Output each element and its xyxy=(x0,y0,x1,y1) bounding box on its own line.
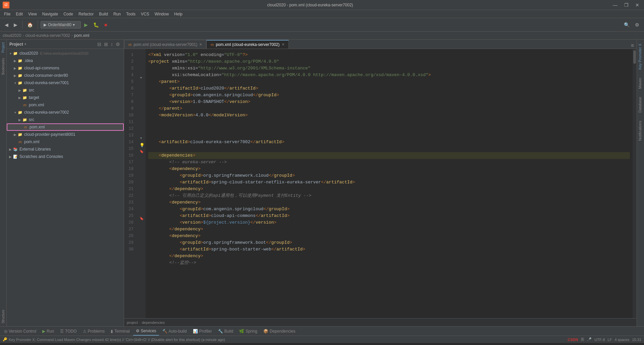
menu-help[interactable]: Help xyxy=(171,10,185,18)
bottom-tab-version-control[interactable]: ◎ Version Control xyxy=(1,327,39,336)
bottom-tab-auto-build[interactable]: 🔨 Auto-build xyxy=(160,327,190,336)
right-sidebar-key-promoter[interactable]: Key Promoter X xyxy=(637,40,644,74)
bottom-tab-label-terminal: Terminal xyxy=(114,329,129,334)
breadcrumb-sep-2: › xyxy=(71,33,73,38)
tab-2-close[interactable]: ✕ xyxy=(282,43,284,46)
tree-item-consumer-order80[interactable]: ▶ 📁 cloud-consumer-order80 xyxy=(7,72,124,79)
settings-gear-button[interactable]: ⚙ xyxy=(115,41,121,48)
menu-vcs[interactable]: VCS xyxy=(138,10,152,18)
scroll-thumb[interactable] xyxy=(633,50,636,64)
editor-tab-2[interactable]: m pom.xml (cloud-eureka-server7002) ✕ xyxy=(206,40,288,49)
status-encoding[interactable]: UTF-8 xyxy=(594,338,605,342)
menu-window[interactable]: Window xyxy=(152,10,172,18)
status-line-endings[interactable]: LF xyxy=(608,338,612,342)
folder-icon-api-commons: 📁 xyxy=(17,65,23,71)
menu-tools[interactable]: Tools xyxy=(123,10,138,18)
bottom-tab-label-services: Services xyxy=(141,329,156,333)
status-indent[interactable]: 4 spaces xyxy=(614,338,629,342)
tree-label-idea: .idea xyxy=(24,58,33,63)
tab-1-xml-icon: m xyxy=(128,43,131,47)
right-sidebar-notifications[interactable]: Notifications xyxy=(637,117,644,145)
project-panel-title: Project ▾ xyxy=(9,42,26,47)
tree-item-cloud2020[interactable]: ▾ 📁 cloud2020 E:\idea-workspace\cloud202… xyxy=(7,50,124,57)
sidebar-item-bookmarks[interactable]: Bookmarks xyxy=(0,55,6,77)
stop-button[interactable]: ■ xyxy=(102,21,109,29)
bottom-tab-dependencies[interactable]: 📦 Dependencies xyxy=(261,327,298,336)
tab-1-close[interactable]: ✕ xyxy=(199,43,202,46)
right-sidebar-database[interactable]: Database xyxy=(637,93,644,117)
tree-item-payment8001[interactable]: ▶ 📁 cloud-provider-payment8001 xyxy=(7,131,124,138)
toolbar-forward-button[interactable]: ▶ xyxy=(12,21,19,29)
tree-item-eureka7002[interactable]: ▾ 📁 cloud-eureka-server7002 xyxy=(7,109,124,116)
debug-button[interactable]: 🐛 xyxy=(91,21,101,29)
sidebar-item-structure[interactable]: Structure xyxy=(0,307,6,326)
search-everywhere-button[interactable]: 🔍 xyxy=(622,21,632,29)
status-microphone[interactable]: 🎤 xyxy=(587,337,592,342)
tree-item-pom-root[interactable]: m pom.xml xyxy=(7,138,124,146)
bottom-tab-problems[interactable]: ⚠ Problems xyxy=(80,327,108,336)
tree-item-scratches[interactable]: ▶ 📝 Scratches and Consoles xyxy=(7,153,124,160)
menu-edit[interactable]: Edit xyxy=(13,10,25,18)
tree-item-target-7001[interactable]: ▶ 📁 target xyxy=(7,94,124,101)
line-numbers: 1234567891011121314151617181920212223242… xyxy=(124,49,139,318)
project-panel: Project ▾ ⊟ ⊞ ↕ ⚙ ▾ 📁 cloud2020 E:\idea-… xyxy=(7,40,124,326)
bottom-tab-label-version-control: Version Control xyxy=(9,329,36,334)
menu-refactor[interactable]: Refactor xyxy=(76,10,96,18)
tree-item-src-7001[interactable]: ▶ 📁 src xyxy=(7,87,124,94)
close-button[interactable]: ✕ xyxy=(633,2,641,8)
folder-icon-consumer-order80: 📁 xyxy=(17,73,23,78)
status-lang[interactable]: 英 xyxy=(581,337,584,342)
breadcrumb-file[interactable]: pom.xml xyxy=(74,33,89,38)
editor-tab-1[interactable]: m pom.xml (cloud-eureka-server7001) ✕ xyxy=(124,40,206,49)
bottom-tab-services[interactable]: ⚙ Services xyxy=(133,327,159,336)
fold-marker-14[interactable]: ▾ xyxy=(140,136,142,140)
bottom-tab-run[interactable]: ▶ Run xyxy=(40,327,57,336)
code-line-32: <!--监控--> xyxy=(148,260,630,266)
toolbar-home-button[interactable]: 🏠 xyxy=(25,21,35,29)
bottom-tab-todo[interactable]: ☰ TODO xyxy=(57,327,79,336)
menu-view[interactable]: View xyxy=(25,10,40,18)
settings-button[interactable]: ⚙ xyxy=(633,21,641,29)
right-sidebar-maven[interactable]: Maven xyxy=(637,74,644,93)
menu-navigate[interactable]: Navigate xyxy=(40,10,61,18)
bottom-tab-label-run: Run xyxy=(47,329,54,334)
tree-item-external-libs[interactable]: ▶ 📚 External Libraries xyxy=(7,146,124,153)
tree-item-idea[interactable]: ▶ 📁 .idea xyxy=(7,57,124,64)
bottom-tab-build[interactable]: 🔧 Build xyxy=(215,327,236,336)
code-line-2: <project xmlns="http://maven.apache.org/… xyxy=(148,58,630,65)
editor-scrollbar[interactable] xyxy=(633,49,637,318)
bottom-tab-terminal[interactable]: ▮ Terminal xyxy=(108,327,132,336)
tabs-menu-button[interactable]: ≡ xyxy=(628,43,637,49)
tree-item-pom-7001[interactable]: m pom.xml xyxy=(7,101,124,109)
toolbar-back-button[interactable]: ◀ xyxy=(3,21,10,29)
tree-item-eureka7001[interactable]: ▾ 📁 cloud-eureka-server7001 xyxy=(7,79,124,87)
expand-all-button[interactable]: ⊞ xyxy=(103,41,109,48)
project-dropdown-icon[interactable]: ▾ xyxy=(24,42,26,46)
titlebar-left: IJ xyxy=(3,2,9,8)
tree-item-api-commons[interactable]: ▶ 📁 cloud-api-commons xyxy=(7,64,124,72)
menu-code[interactable]: Code xyxy=(61,10,76,18)
maximize-button[interactable]: ❐ xyxy=(622,2,631,8)
editor-breadcrumb-dependencies[interactable]: dependencies xyxy=(142,321,165,325)
breadcrumb-module[interactable]: cloud-eureka-server7002 xyxy=(25,33,70,38)
menu-file[interactable]: File xyxy=(1,10,13,18)
run-button[interactable]: ▶ xyxy=(82,21,90,29)
code-area[interactable]: <?xml version="1.0" encoding="UTF-8"?> <… xyxy=(146,49,633,318)
run-config-selector[interactable]: ▶ OrderMain80 ▾ xyxy=(41,21,81,28)
tree-item-src-7002[interactable]: ▶ 📁 src xyxy=(7,116,124,123)
menu-build[interactable]: Build xyxy=(96,10,111,18)
autoscroll-button[interactable]: ↕ xyxy=(110,41,114,48)
sidebar-item-project[interactable]: Project xyxy=(0,40,6,55)
minimize-button[interactable]: — xyxy=(611,2,620,8)
tree-item-pom-7002[interactable]: m pom.xml xyxy=(7,123,124,131)
editor-breadcrumb-project[interactable]: project xyxy=(127,321,138,325)
menu-run[interactable]: Run xyxy=(111,10,123,18)
breadcrumb-root[interactable]: cloud2020 xyxy=(3,33,21,38)
code-line-20: <artifactId>spring-cloud-starter-netflix… xyxy=(148,179,630,186)
collapse-all-button[interactable]: ⊟ xyxy=(96,41,102,48)
folder-icon-idea: 📁 xyxy=(17,58,23,63)
titlebar-controls[interactable]: — ❐ ✕ xyxy=(611,2,641,8)
bottom-tab-spring[interactable]: 🌿 Spring xyxy=(236,327,260,336)
bottom-tab-profiler[interactable]: 📊 Profiler xyxy=(190,327,215,336)
fold-marker-5[interactable]: ▾ xyxy=(140,76,142,79)
